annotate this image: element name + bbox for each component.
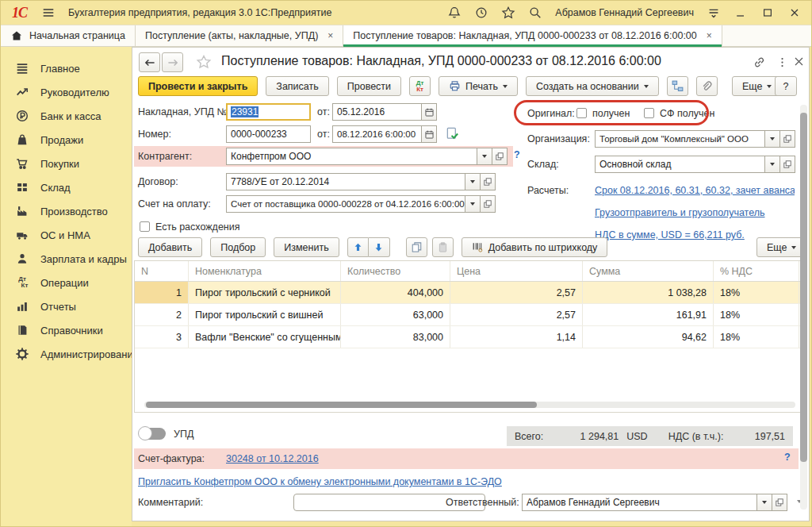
col-quantity[interactable]: Количество <box>341 261 450 281</box>
dropdown-icon[interactable] <box>765 130 780 148</box>
dropdown-icon[interactable] <box>465 195 481 213</box>
tab-close-icon[interactable]: × <box>707 30 712 41</box>
sidebar-item-payroll-hr[interactable]: Зарплата и кадры <box>1 247 132 271</box>
scrollbar-thumb[interactable] <box>800 113 807 462</box>
open-item-icon[interactable] <box>481 173 496 190</box>
search-icon[interactable] <box>527 4 544 21</box>
related-documents-button[interactable] <box>667 76 688 96</box>
organization-field[interactable]: Торговый дом "Комплексный" ООО <box>595 130 795 148</box>
doc-number-input[interactable]: 0000-000233 <box>226 125 311 143</box>
sidebar-item-bank-cash[interactable]: Банк и касса <box>1 104 132 128</box>
dropdown-icon[interactable] <box>477 148 492 165</box>
edo-invite-link[interactable]: Пригласить Конфетпром ООО к обмену элект… <box>138 473 502 490</box>
contract-field[interactable]: 7788/УЕ от 20.12.2014 <box>226 173 496 190</box>
tab-goods-receipt[interactable]: Поступление товаров: Накладная, УПД 0000… <box>343 25 722 46</box>
original-received-checkbox[interactable] <box>576 108 587 118</box>
create-based-on-button[interactable]: Создать на основании <box>526 76 659 96</box>
discrepancies-checkbox[interactable] <box>140 221 150 232</box>
settlements-link[interactable]: Срок 08.12.2016, 60.31, 60.32, зачет ава… <box>595 182 795 199</box>
sidebar-item-directories[interactable]: Справочники <box>1 318 132 342</box>
pick-button[interactable]: Подбор <box>210 237 266 257</box>
get-link-icon[interactable] <box>753 56 766 69</box>
table-row[interactable]: 3 Вафли "Венские" со сгущенным ... 83,00… <box>135 326 806 348</box>
minimize-button[interactable] <box>732 4 749 21</box>
dt-kt-postings-button[interactable]: ДтКт <box>409 76 431 96</box>
sidebar-item-main[interactable]: Главное <box>1 56 132 80</box>
contractor-field[interactable]: Конфетпром ООО <box>226 148 508 165</box>
nav-forward-button[interactable] <box>162 52 183 72</box>
dropdown-icon[interactable] <box>465 173 481 190</box>
sidebar-item-warehouse[interactable]: Склад <box>1 175 132 199</box>
current-user[interactable]: Абрамов Геннадий Сергеевич <box>555 7 694 18</box>
invoice-number-input[interactable]: 23931 <box>226 103 311 121</box>
nav-back-button[interactable] <box>139 52 160 72</box>
history-icon[interactable] <box>473 4 490 21</box>
tab-home[interactable]: Начальная страница <box>1 25 136 46</box>
open-item-icon[interactable] <box>481 195 496 213</box>
sidebar-item-administration[interactable]: Администрирование <box>1 342 132 366</box>
edit-row-button[interactable]: Изменить <box>274 237 339 257</box>
open-item-icon[interactable] <box>492 148 508 165</box>
print-button[interactable]: Печать <box>439 76 518 96</box>
col-nomenclature[interactable]: Номенклатура <box>189 261 341 281</box>
open-item-icon[interactable] <box>780 130 795 148</box>
table-row[interactable]: 1 Пирог тирольский с черникой 404,000 2,… <box>135 282 806 304</box>
notifications-bell-icon[interactable] <box>446 4 463 21</box>
payment-invoice-field[interactable]: Счет от поставщика 0000-000228 от 04.12.… <box>226 195 496 213</box>
paste-row-button[interactable] <box>432 237 454 257</box>
table-more-button[interactable]: Еще <box>756 237 806 257</box>
open-item-icon[interactable] <box>780 156 795 173</box>
invoice-help[interactable]: ? <box>784 452 791 463</box>
col-price[interactable]: Цена <box>450 261 583 281</box>
collapse-panels-icon[interactable] <box>705 4 722 21</box>
tab-receipts-list[interactable]: Поступление (акты, накладные, УПД) × <box>136 25 343 46</box>
more-menu-dots-icon[interactable] <box>776 56 788 69</box>
upd-toggle[interactable] <box>139 428 166 440</box>
close-form-icon[interactable] <box>793 56 805 67</box>
close-window-button[interactable] <box>786 4 803 21</box>
move-down-button[interactable] <box>369 237 390 257</box>
dropdown-icon[interactable] <box>765 156 780 173</box>
sf-received-checkbox[interactable] <box>644 108 654 118</box>
sidebar-item-manager[interactable]: Руководителю <box>1 80 132 104</box>
col-n[interactable]: N <box>135 261 189 281</box>
vertical-scrollbar[interactable] <box>800 105 807 510</box>
dropdown-icon[interactable] <box>757 494 772 511</box>
scrollbar-thumb[interactable] <box>146 402 537 408</box>
move-up-button[interactable] <box>347 237 369 257</box>
main-menu-icon[interactable] <box>40 4 57 21</box>
responsible-field[interactable]: Абрамов Геннадий Сергеевич <box>522 494 787 511</box>
add-row-button[interactable]: Добавить <box>138 237 202 257</box>
col-vat-rate[interactable]: % НДС <box>714 261 799 281</box>
col-sum[interactable]: Сумма <box>583 261 714 281</box>
invoice-date-field[interactable]: 05.12.2016 <box>332 103 437 121</box>
consignor-link[interactable]: Грузоотправитель и грузополучатель <box>595 204 765 221</box>
post-button[interactable]: Провести <box>337 76 401 96</box>
contractor-help[interactable]: ? <box>514 149 520 160</box>
attachments-button[interactable] <box>696 76 718 96</box>
sidebar-item-operations[interactable]: ДтКт Операции <box>1 271 132 294</box>
toggle-knob[interactable] <box>138 426 152 440</box>
favorites-star-icon[interactable] <box>500 4 517 21</box>
table-row[interactable]: 2 Пирог тирольский с вишней 63,000 2,57 … <box>135 304 806 326</box>
help-button[interactable]: ? <box>775 76 797 96</box>
open-item-icon[interactable] <box>772 494 787 511</box>
save-button[interactable]: Записать <box>266 76 328 96</box>
doc-date-field[interactable]: 08.12.2016 6:00:00 <box>332 125 437 143</box>
warehouse-field[interactable]: Основной склад <box>595 156 795 173</box>
sidebar-item-purchases[interactable]: Покупки <box>1 152 132 175</box>
calendar-icon[interactable] <box>422 103 437 121</box>
invoice-facture-link[interactable]: 30248 от 10.12.2016 <box>226 450 319 467</box>
favorite-star-icon[interactable] <box>196 54 212 70</box>
post-and-close-button[interactable]: Провести и закрыть <box>138 76 258 96</box>
sidebar-item-reports[interactable]: Отчеты <box>1 294 132 318</box>
vat-total-link[interactable]: НДС в сумме, USD = 66,211 руб. <box>595 226 745 244</box>
tab-close-icon[interactable]: × <box>327 30 333 41</box>
maximize-button[interactable] <box>759 4 776 21</box>
horizontal-scrollbar[interactable] <box>144 402 795 408</box>
sidebar-item-sales[interactable]: Продажи <box>1 128 132 152</box>
sidebar-item-production[interactable]: Производство <box>1 199 132 223</box>
calendar-icon[interactable] <box>422 125 437 143</box>
copy-row-button[interactable] <box>406 237 427 257</box>
sidebar-item-fixed-assets[interactable]: ОС и НМА <box>1 223 132 247</box>
